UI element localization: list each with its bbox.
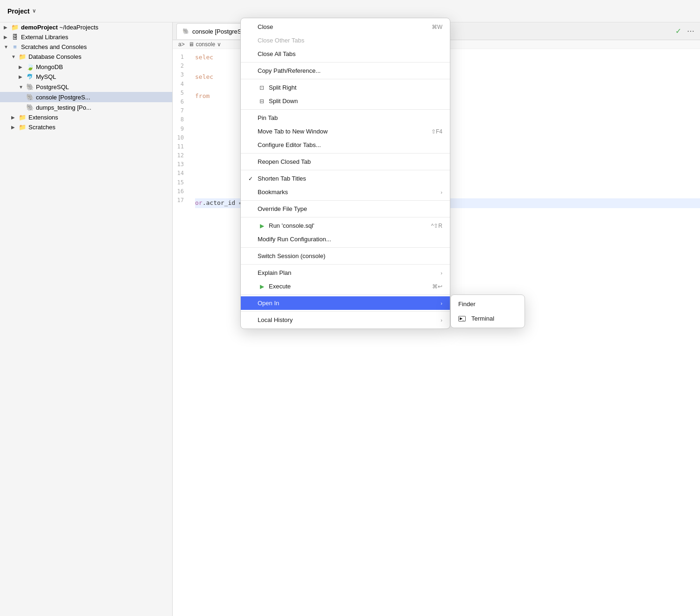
bookmarks-label: Bookmarks bbox=[258, 189, 288, 196]
sidebar-item-extensions[interactable]: ▶ 📁 Extensions bbox=[0, 112, 172, 122]
check-placeholder bbox=[248, 128, 256, 135]
more-options-button[interactable]: ⋯ bbox=[685, 26, 696, 37]
external-libraries-label: External Libraries bbox=[21, 34, 68, 41]
move-tab-label: Move Tab to New Window bbox=[258, 128, 328, 135]
menu-item-close[interactable]: Close ⌘W bbox=[241, 20, 450, 34]
sidebar-item-scratches-consoles[interactable]: ▼ ≡ Scratches and Consoles bbox=[0, 42, 172, 52]
context-menu: Close ⌘W Close Other Tabs Close All Tabs… bbox=[240, 18, 450, 329]
sidebar-item-external-libraries[interactable]: ▶ 🗄 External Libraries bbox=[0, 32, 172, 42]
console-pg-label: console [PostgreS... bbox=[36, 94, 90, 101]
open-in-submenu: Finder ▶_ Terminal bbox=[450, 294, 525, 328]
chevron-icon: ▶ bbox=[11, 115, 17, 120]
menu-item-pin-tab[interactable]: Pin Tab bbox=[241, 111, 450, 125]
close-all-label: Close All Tabs bbox=[258, 50, 295, 57]
check-placeholder bbox=[248, 84, 256, 91]
line-num-5: 5 bbox=[173, 89, 186, 98]
line-num-16: 16 bbox=[173, 187, 186, 196]
submenu-item-terminal[interactable]: ▶_ Terminal bbox=[451, 311, 525, 326]
run-console-icon: ▶ bbox=[258, 223, 266, 229]
chevron-icon: ▼ bbox=[19, 84, 24, 90]
dumps-testing-icon: 🐘 bbox=[26, 104, 34, 111]
console-breadcrumb-label: console bbox=[196, 41, 215, 48]
divider-11 bbox=[241, 311, 450, 312]
menu-item-close-all[interactable]: Close All Tabs bbox=[241, 47, 450, 61]
divider-3 bbox=[241, 109, 450, 110]
db-consoles-folder-icon: 📁 bbox=[19, 53, 26, 60]
reopen-closed-label: Reopen Closed Tab bbox=[258, 158, 311, 165]
check-placeholder bbox=[248, 115, 256, 121]
terminal-icon: ▶_ bbox=[458, 316, 466, 322]
menu-item-bookmarks[interactable]: Bookmarks › bbox=[241, 185, 450, 199]
line-num-12: 12 bbox=[173, 151, 186, 160]
menu-item-reopen-closed[interactable]: Reopen Closed Tab bbox=[241, 155, 450, 168]
execute-icon: ▶ bbox=[258, 283, 266, 290]
explain-plan-submenu-arrow-icon: › bbox=[441, 270, 442, 276]
line-num-4: 4 bbox=[173, 80, 186, 89]
scratches-consoles-icon: ≡ bbox=[11, 43, 19, 50]
switch-session-label: Switch Session (console) bbox=[258, 252, 325, 259]
sidebar-item-console-pg[interactable]: 🐘 console [PostgreS... bbox=[0, 92, 172, 102]
menu-item-execute[interactable]: ▶ Execute ⌘↩ bbox=[241, 280, 450, 293]
submenu-item-finder[interactable]: Finder bbox=[451, 297, 525, 311]
menu-item-run-console[interactable]: ▶ Run 'console.sql' ^⇧R bbox=[241, 219, 450, 232]
sidebar-item-mongodb[interactable]: ▶ 🍃 MongoDB bbox=[0, 62, 172, 72]
mongodb-label: MongoDB bbox=[36, 63, 63, 70]
external-libraries-icon: 🗄 bbox=[11, 34, 19, 41]
menu-item-configure-tabs[interactable]: Configure Editor Tabs... bbox=[241, 138, 450, 152]
sidebar-item-scratches[interactable]: ▶ 📁 Scratches bbox=[0, 122, 172, 132]
divider-9 bbox=[241, 264, 450, 265]
finder-label: Finder bbox=[458, 301, 476, 308]
divider-4 bbox=[241, 153, 450, 154]
mysql-label: MySQL bbox=[36, 73, 56, 80]
chevron-icon: ▶ bbox=[19, 74, 24, 79]
demo-project-name: demoProject ~/IdeaProjects bbox=[21, 24, 98, 31]
menu-item-modify-run[interactable]: Modify Run Configuration... bbox=[241, 232, 450, 246]
divider-1 bbox=[241, 62, 450, 63]
menu-item-override-file-type[interactable]: Override File Type bbox=[241, 202, 450, 216]
open-in-label: Open In bbox=[258, 300, 279, 307]
menu-item-explain-plan[interactable]: Explain Plan › bbox=[241, 266, 450, 280]
line-num-17: 17 bbox=[173, 196, 186, 205]
line-num-2: 2 bbox=[173, 62, 186, 70]
scratches-label: Scratches bbox=[28, 124, 56, 131]
check-placeholder bbox=[248, 253, 256, 259]
chevron-icon: ▶ bbox=[11, 125, 17, 130]
sidebar-item-postgresql[interactable]: ▼ 🐘 PostgreSQL bbox=[0, 82, 172, 92]
dumps-testing-label: dumps_testing [Po... bbox=[36, 104, 91, 111]
tab-pg-icon: 🐘 bbox=[182, 28, 189, 35]
line-num-15: 15 bbox=[173, 178, 186, 187]
sidebar-item-dumps-testing[interactable]: 🐘 dumps_testing [Po... bbox=[0, 102, 172, 112]
sidebar-item-mysql[interactable]: ▶ 🐬 MySQL bbox=[0, 72, 172, 82]
modify-run-label: Modify Run Configuration... bbox=[258, 236, 331, 243]
check-placeholder bbox=[248, 68, 256, 74]
check-placeholder bbox=[248, 142, 256, 148]
split-down-icon: ⊟ bbox=[258, 98, 266, 105]
check-placeholder bbox=[248, 98, 256, 105]
line-num-14: 14 bbox=[173, 169, 186, 178]
project-chevron-icon[interactable]: ∨ bbox=[32, 8, 36, 14]
divider-2 bbox=[241, 79, 450, 79]
configure-tabs-label: Configure Editor Tabs... bbox=[258, 141, 321, 148]
menu-item-local-history[interactable]: Local History › bbox=[241, 313, 450, 327]
datasource-label: a> bbox=[178, 41, 185, 48]
mysql-icon: 🐬 bbox=[26, 74, 34, 80]
menu-item-copy-path[interactable]: Copy Path/Reference... bbox=[241, 64, 450, 77]
sidebar-item-demo-project[interactable]: ▶ 📁 demoProject ~/IdeaProjects bbox=[0, 22, 172, 32]
sidebar-item-database-consoles[interactable]: ▼ 📁 Database Consoles bbox=[0, 52, 172, 62]
scratches-folder-icon: 📁 bbox=[19, 124, 26, 131]
line-num-11: 11 bbox=[173, 142, 186, 151]
menu-item-move-tab[interactable]: Move Tab to New Window ⇧F4 bbox=[241, 125, 450, 138]
chevron-icon: ▶ bbox=[4, 25, 9, 30]
menu-item-shorten-titles[interactable]: ✓ Shorten Tab Titles bbox=[241, 172, 450, 185]
menu-item-split-down[interactable]: ⊟ Split Down bbox=[241, 94, 450, 108]
divider-7 bbox=[241, 217, 450, 217]
check-placeholder bbox=[248, 283, 256, 290]
divider-5 bbox=[241, 170, 450, 170]
extensions-folder-icon: 📁 bbox=[19, 114, 26, 121]
menu-item-split-right[interactable]: ⊡ Split Right bbox=[241, 81, 450, 94]
menu-item-open-in[interactable]: Open In › Finder ▶_ Terminal bbox=[241, 296, 450, 310]
copy-path-label: Copy Path/Reference... bbox=[258, 67, 321, 74]
check-placeholder bbox=[248, 300, 256, 307]
menu-item-switch-session[interactable]: Switch Session (console) bbox=[241, 249, 450, 263]
extensions-label: Extensions bbox=[28, 114, 58, 121]
